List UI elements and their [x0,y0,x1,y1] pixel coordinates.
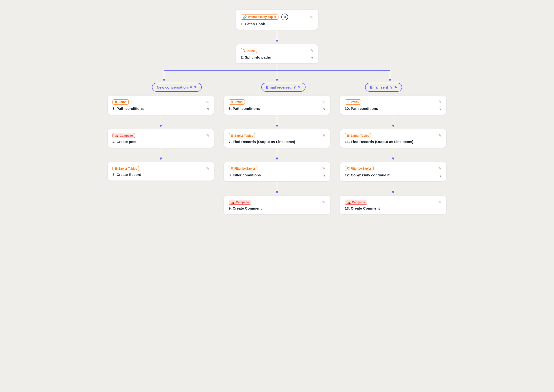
branch-0-step-1-card: ⛺ Campsite ✎ 4. Create post [108,129,214,148]
b2s0-expand[interactable]: ∨ [439,107,442,111]
b0s1-badge: ⛺ Campsite [112,133,135,138]
branch-0-step-1-wrap: ⛺ Campsite ✎ 4. Create post [108,129,214,148]
b0s2-icon: ⊞ [115,167,117,170]
svg-marker-23 [392,158,394,160]
b1s0-edit[interactable]: ✎ [322,100,325,104]
chevron-icon-1: ∨ [190,85,192,89]
b2s1-edit[interactable]: ✎ [438,133,442,138]
paths-card: ⇅ Paths ✎ 2. Split into paths ∨ [236,44,318,63]
b1s0-badge: ⇅ Paths [229,99,245,105]
svg-marker-21 [392,125,394,128]
b0s1-edit[interactable]: ✎ [206,133,209,138]
b0s2-edit[interactable]: ✎ [206,166,209,171]
b0-arrow-2 [158,148,163,162]
webhook-badge: 🔗 Webhooks by Zapier [241,15,278,20]
branch-2-step-2-wrap: ▽ Filter by Zapier ✎ 12. Copy: Only cont… [340,162,446,181]
branch-2-step-1-card: ⊞ Zapier Tables ✎ 11. Find Records (Outp… [340,129,446,148]
b0s0-edit[interactable]: ✎ [206,100,209,104]
b1s2-edit[interactable]: ✎ [322,166,325,171]
b1s3-badge: ⛺ Campsite [229,200,251,205]
b2s3-title: 13. Create Comment [345,206,442,210]
branch-connector [108,63,446,83]
b2s2-edit[interactable]: ✎ [438,166,442,171]
svg-marker-13 [160,158,162,160]
svg-marker-17 [276,158,278,160]
b2s2-expand[interactable]: ∨ [439,173,442,177]
b1s3-title: 9. Create Comment [229,206,325,210]
b0s0-icon: ⇅ [115,100,117,104]
b2s0-edit[interactable]: ✎ [438,100,442,104]
branch-0-step-2-wrap: ⊞ Zapier Tables ✎ 5. Create Record [108,162,214,181]
branch-label-new-conversation[interactable]: New conversation ∨ ✎ [152,83,202,92]
arrow-1 [275,30,279,44]
paths-badge: ⇅ Paths [241,48,257,53]
branch-0-step-2-card: ⊞ Zapier Tables ✎ 5. Create Record [108,162,214,181]
svg-marker-11 [160,125,162,128]
svg-marker-7 [276,79,278,82]
edit-icon[interactable]: ✎ [310,15,313,19]
top-section: 🔗 Webhooks by Zapier ⊕ ✎ 1. Catch Hook [108,10,446,214]
b2-arrow-3 [391,181,396,196]
webhook-title: 1. Catch Hook [241,22,313,26]
b1s3-edit[interactable]: ✎ [322,200,325,204]
edit-icon-paths[interactable]: ✎ [310,48,313,53]
b1s1-badge: ⊞ Zapier Tables [229,133,255,138]
b1s1-edit[interactable]: ✎ [322,133,325,138]
webhook-icon: 🔗 [243,15,247,19]
b2s1-badge: ⊞ Zapier Tables [345,133,371,138]
paths-expand[interactable]: ∨ [311,56,313,60]
branch-1-step-1-wrap: ⊞ Zapier Tables ✎ 7. Find Records (Outpu… [224,129,330,148]
paths-icon: ⇅ [243,49,246,53]
branch-label-email-received[interactable]: Email received ∨ ✎ [261,83,306,92]
b2s2-title: 12. Copy: Only continue if... [345,173,393,177]
svg-marker-15 [276,125,278,128]
b2s0-icon: ⇅ [347,100,350,104]
b1-arrow-1 [275,115,279,129]
svg-marker-19 [276,191,278,194]
branch-2-step-2-card: ▽ Filter by Zapier ✎ 12. Copy: Only cont… [340,162,446,181]
paths-card-wrap: ⇅ Paths ✎ 2. Split into paths ∨ [236,44,318,63]
b1s1-title: 7. Find Records (Output as Line Items) [229,140,325,144]
plus-icon: ⊕ [283,15,286,19]
b1s2-icon: ▽ [231,167,233,170]
branch-0-step-0-wrap: ⇅ Paths ✎ 3. Path conditions ∨ [108,96,214,115]
chevron-icon-2: ∨ [293,85,296,89]
b2s3-edit[interactable]: ✎ [438,200,442,204]
branch-1-step-2-wrap: ▽ Filter by Zapier ✎ 8. Filter condition… [224,162,330,181]
b2s3-badge: ⛺ Campsite [345,200,367,205]
b2-arrow-1 [391,115,396,129]
b1s2-expand[interactable]: ∨ [323,173,325,177]
branch-label-email-sent[interactable]: Email sent ∨ ✎ [365,83,402,92]
webhook-card-wrap: 🔗 Webhooks by Zapier ⊕ ✎ 1. Catch Hook [236,10,318,30]
svg-marker-9 [389,79,391,82]
b1-arrow-3 [275,181,279,196]
b1s2-badge: ▽ Filter by Zapier [229,166,257,171]
branch-col-1: ⇅ Paths ✎ 6. Path conditions ∨ [224,96,330,214]
branch-1-step-1-card: ⊞ Zapier Tables ✎ 7. Find Records (Outpu… [224,129,330,148]
b1s0-icon: ⇅ [231,100,233,104]
webhook-badge-row: 🔗 Webhooks by Zapier ⊕ [241,14,288,20]
b2s3-icon: ⛺ [347,200,351,204]
webhook-card: 🔗 Webhooks by Zapier ⊕ ✎ 1. Catch Hook [236,10,318,30]
svg-marker-25 [392,191,394,194]
b1-arrow-2 [275,148,279,162]
b0s1-icon: ⛺ [115,134,119,137]
svg-marker-1 [276,40,278,43]
b0s2-badge: ⊞ Zapier Tables [112,166,139,171]
branch-2-step-0-wrap: ⇅ Paths ✎ 10. Path conditions ∨ [340,96,446,115]
add-step-button[interactable]: ⊕ [281,14,288,20]
branch-1-step-0-wrap: ⇅ Paths ✎ 6. Path conditions ∨ [224,96,330,115]
branch-1-step-3-card: ⛺ Campsite ✎ 9. Create Comment [224,196,330,214]
b0s0-expand[interactable]: ∨ [207,107,209,111]
b0s0-title: 3. Path conditions [112,106,144,111]
branches-grid: ⇅ Paths ✎ 3. Path conditions ∨ [108,96,446,214]
branch-1-step-2-card: ▽ Filter by Zapier ✎ 8. Filter condition… [224,162,330,181]
branch-labels: New conversation ∨ ✎ Email received ∨ ✎ … [108,83,446,92]
b0s2-title: 5. Create Record [112,173,209,177]
b1s0-expand[interactable]: ∨ [323,107,325,111]
branch-col-0: ⇅ Paths ✎ 3. Path conditions ∨ [108,96,214,214]
b0s1-title: 4. Create post [112,140,209,144]
branch-1-step-0-card: ⇅ Paths ✎ 6. Path conditions ∨ [224,96,330,115]
branch-2-step-3-wrap: ⛺ Campsite ✎ 13. Create Comment [340,196,446,214]
branch-0-step-0-card: ⇅ Paths ✎ 3. Path conditions ∨ [108,96,214,115]
